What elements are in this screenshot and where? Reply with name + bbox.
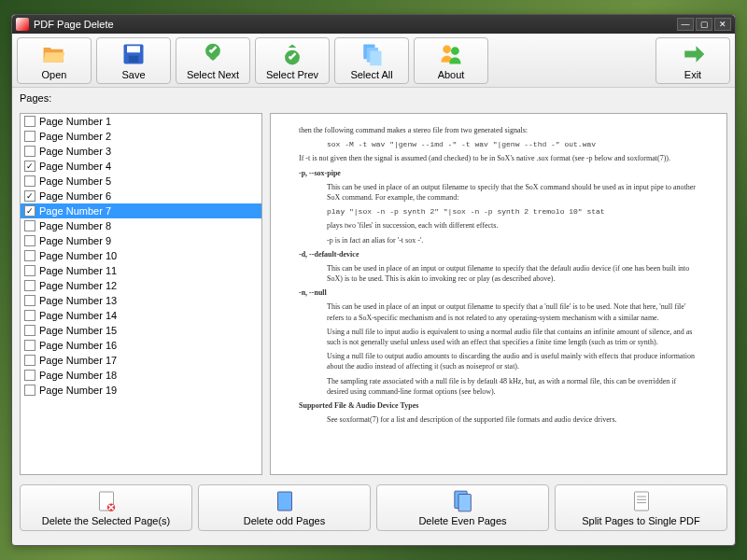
svg-rect-1 [127,46,140,52]
page-item-label: Page Number 7 [39,205,111,217]
page-checkbox[interactable] [24,265,35,276]
app-icon [16,18,29,31]
page-delete-icon [97,489,116,513]
page-item[interactable]: Page Number 10 [21,248,261,263]
preview-line: Using a null file to output audio amount… [327,351,698,371]
delete-even-button[interactable]: Delete Even Pages [376,484,549,531]
select-next-button[interactable]: Select Next [176,37,250,84]
select-prev-label: Select Prev [266,69,318,80]
svg-point-9 [451,47,459,55]
page-item-label: Page Number 5 [39,175,111,187]
page-checkbox[interactable] [24,310,35,321]
page-item[interactable]: Page Number 17 [21,353,261,368]
save-button[interactable]: Save [96,37,171,84]
page-item[interactable]: Page Number 12 [21,278,261,293]
page-item-label: Page Number 18 [39,370,117,381]
split-button[interactable]: Split Pages to Single PDF [555,484,727,531]
page-item-label: Page Number 6 [39,190,111,202]
split-label: Split Pages to Single PDF [582,515,700,526]
select-all-button[interactable]: Select All [334,37,409,84]
page-list[interactable]: Page Number 1Page Number 2Page Number 3✓… [20,113,262,475]
page-checkbox[interactable] [24,340,35,351]
preview-line: -d, --default-device [299,249,698,259]
page-item[interactable]: ✓Page Number 6 [21,189,261,203]
floppy-icon [120,41,147,67]
page-checkbox[interactable] [24,250,35,261]
page-item-label: Page Number 15 [39,325,117,336]
page-checkbox[interactable] [24,146,35,157]
page-item[interactable]: ✓Page Number 4 [21,159,261,174]
page-checkbox[interactable]: ✓ [24,205,35,217]
delete-selected-button[interactable]: Delete the Selected Page(s) [20,484,192,531]
preview-line: This can be used in place of an input or… [327,301,698,322]
delete-even-label: Delete Even Pages [418,515,506,526]
page-checkbox[interactable]: ✓ [24,190,35,202]
minimize-button[interactable]: — [677,18,694,31]
page-checkbox[interactable]: ✓ [24,161,35,172]
page-item[interactable]: Page Number 9 [21,233,261,248]
page-checkbox[interactable] [24,295,35,306]
page-item-label: Page Number 13 [39,295,117,306]
page-item[interactable]: Page Number 19 [21,383,261,398]
documents-icon [359,41,385,67]
svg-rect-2 [129,55,139,62]
page-item[interactable]: Page Number 3 [21,144,261,159]
svg-rect-7 [370,50,381,65]
page-item-label: Page Number 12 [39,280,117,291]
preview-line: -p, --sox-pipe [299,168,698,178]
check-up-icon [279,41,305,67]
page-item-label: Page Number 11 [39,265,117,276]
page-checkbox[interactable] [24,175,35,187]
check-down-icon [200,41,226,67]
page-item[interactable]: Page Number 15 [21,323,261,338]
page-item[interactable]: Page Number 13 [21,293,261,308]
preview-line: Using a null file to input audio is equi… [327,327,698,347]
page-checkbox[interactable] [24,131,35,142]
exit-button[interactable]: Exit [655,37,730,84]
page-checkbox[interactable] [24,370,35,381]
page-checkbox[interactable] [24,385,35,396]
open-button[interactable]: Open [17,37,92,84]
page-item[interactable]: Page Number 1 [21,114,261,129]
preview-line: then the following command makes a stere… [299,125,698,135]
svg-rect-12 [277,492,291,511]
maximize-button[interactable]: ▢ [696,18,712,31]
page-checkbox[interactable] [24,116,35,127]
page-item-label: Page Number 4 [39,161,111,172]
preview-pane[interactable]: then the following command makes a stere… [270,113,727,475]
delete-odd-button[interactable]: Delete odd Pages [198,484,371,531]
page-item[interactable]: Page Number 5 [21,174,261,189]
page-checkbox[interactable] [24,355,35,366]
close-button[interactable]: ✕ [714,18,731,31]
about-label: About [438,69,465,80]
page-item[interactable]: Page Number 2 [21,129,261,144]
preview-line: Supported File & Audio Device Types [299,400,698,411]
page-item[interactable]: Page Number 16 [21,338,261,353]
page-checkbox[interactable] [24,325,35,336]
about-button[interactable]: About [414,37,488,84]
page-checkbox[interactable] [24,220,35,231]
save-label: Save [121,69,145,80]
preview-line: plays two 'files' in succession, each wi… [327,220,698,231]
page-item[interactable]: Page Number 8 [21,218,261,233]
preview-line: sox -M -t wav "|genw --imd -" -t wav "|g… [327,139,698,149]
preview-line: This can be used in place of an output f… [327,182,698,203]
page-item[interactable]: ✓Page Number 7 [21,203,261,218]
svg-point-8 [443,45,451,53]
select-prev-button[interactable]: Select Prev [255,37,330,84]
pages-label: Pages: [20,92,727,104]
preview-line: This can be used in place of an input or… [327,263,698,284]
page-checkbox[interactable] [24,235,35,246]
page-item-label: Page Number 19 [39,385,117,396]
preview-line: -p is in fact an alias for '-t sox -'. [327,235,698,245]
page-even-icon [454,489,472,513]
people-icon [438,41,464,67]
page-split-icon [632,489,651,513]
page-checkbox[interactable] [24,280,35,291]
select-all-label: Select All [350,69,392,80]
page-item[interactable]: Page Number 11 [21,263,261,278]
page-item[interactable]: Page Number 18 [21,368,261,383]
titlebar: PDF Page Delete — ▢ ✕ [12,15,735,34]
page-item-label: Page Number 8 [39,220,111,231]
page-item[interactable]: Page Number 14 [21,308,261,323]
